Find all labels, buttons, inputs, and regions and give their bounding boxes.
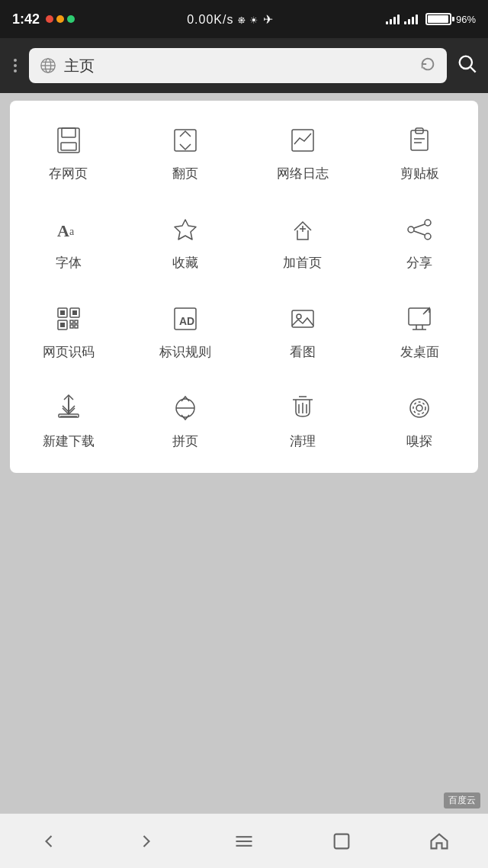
qrcode-icon: [52, 302, 85, 336]
menu-item-ad-rules[interactable]: AD 标识规则: [127, 287, 245, 376]
menu-label-sniff: 嗅探: [406, 432, 432, 450]
tabs-button[interactable]: [319, 822, 364, 860]
svg-rect-9: [61, 143, 76, 150]
battery-percent: 96%: [456, 14, 476, 25]
menu-item-share[interactable]: 分享: [361, 198, 479, 287]
menu-label-clean: 清理: [290, 432, 316, 450]
svg-point-57: [416, 405, 422, 411]
add-home-icon: [286, 213, 319, 246]
tabs-icon: [331, 831, 352, 852]
close-dot: [46, 15, 53, 23]
svg-point-24: [425, 233, 431, 240]
svg-rect-28: [60, 310, 65, 315]
menu-item-view-image[interactable]: 看图: [244, 287, 361, 376]
svg-rect-47: [59, 414, 79, 417]
refresh-button[interactable]: [419, 56, 436, 76]
menu-label-ad-rules: 标识规则: [159, 343, 211, 361]
address-bar[interactable]: 主页: [29, 48, 447, 83]
menu-label-share: 分享: [406, 254, 432, 272]
home-icon: [429, 831, 450, 852]
menu-item-clipboard[interactable]: 剪贴板: [361, 108, 479, 198]
address-text: 主页: [64, 56, 412, 76]
minimize-dot: [56, 15, 64, 23]
menu-item-font[interactable]: A a 字体: [10, 198, 127, 287]
svg-text:a: a: [69, 226, 75, 237]
svg-line-26: [414, 231, 425, 235]
menu-item-send-desktop[interactable]: 发桌面: [361, 287, 479, 376]
status-network: 0.00K/s ⎈ ☀ ✈: [187, 12, 274, 27]
bottom-nav: [0, 813, 488, 868]
browser-toolbar: 主页: [0, 38, 488, 93]
menu-panel: 存网页 翻页 网络日志 剪贴板 A a: [10, 101, 478, 473]
search-button[interactable]: [456, 53, 477, 79]
view-image-icon: [286, 302, 319, 336]
svg-point-58: [413, 402, 425, 414]
status-right-area: 96%: [386, 13, 476, 25]
clipboard-icon: [403, 124, 436, 157]
maximize-dot: [67, 15, 75, 23]
svg-line-6: [470, 67, 475, 72]
svg-rect-10: [175, 130, 196, 151]
menu-item-network-log[interactable]: 网络日志: [244, 108, 361, 198]
menu-label-view-image: 看图: [290, 343, 316, 361]
menu-item-qrcode[interactable]: 网页识码: [10, 287, 127, 376]
menu-label-font: 字体: [56, 254, 82, 272]
svg-point-22: [425, 220, 431, 226]
back-icon: [38, 831, 59, 852]
menu-item-add-home[interactable]: 加首页: [244, 198, 361, 287]
svg-text:A: A: [57, 221, 69, 240]
back-button[interactable]: [26, 822, 72, 860]
menu-dots-button[interactable]: [11, 56, 20, 76]
menu-label-network-log: 网络日志: [277, 165, 329, 182]
menu-item-sniff[interactable]: 嗅探: [361, 376, 479, 465]
bookmark-icon: [169, 213, 202, 246]
svg-rect-32: [60, 323, 65, 327]
clean-icon: [286, 391, 319, 425]
forward-icon: [136, 831, 157, 852]
svg-text:AD: AD: [179, 315, 194, 327]
menu-label-split-screen: 拼页: [172, 432, 198, 450]
menu-label-clipboard: 剪贴板: [400, 165, 439, 182]
svg-rect-33: [70, 320, 73, 323]
hamburger-icon: [233, 831, 255, 852]
menu-label-add-home: 加首页: [283, 254, 322, 272]
svg-rect-62: [335, 834, 349, 848]
sniff-icon: [403, 391, 436, 425]
menu-label-new-download: 新建下载: [43, 432, 95, 450]
status-bar: 1:42 0.00K/s ⎈ ☀ ✈ 96%: [0, 0, 488, 38]
battery-icon: [425, 13, 451, 25]
menu-item-new-download[interactable]: 新建下载: [10, 376, 127, 465]
watermark: 百度云: [444, 792, 480, 809]
split-screen-icon: [169, 391, 202, 425]
menu-label-flip-page: 翻页: [172, 165, 198, 182]
send-desktop-icon: [403, 302, 436, 336]
home-button[interactable]: [416, 822, 462, 860]
menu-label-bookmark: 收藏: [172, 254, 198, 272]
menu-label-save-page: 存网页: [49, 165, 88, 182]
menu-button[interactable]: [221, 822, 267, 860]
svg-point-5: [460, 56, 472, 69]
signal-icon-2: [404, 14, 418, 24]
menu-item-bookmark[interactable]: 收藏: [127, 198, 245, 287]
svg-point-40: [297, 314, 301, 319]
menu-item-save-page[interactable]: 存网页: [10, 108, 127, 198]
svg-rect-36: [75, 325, 78, 328]
menu-item-clean[interactable]: 清理: [244, 376, 361, 465]
menu-item-split-screen[interactable]: 拼页: [127, 376, 245, 465]
forward-button[interactable]: [124, 822, 169, 860]
svg-line-42: [423, 308, 429, 314]
network-log-icon: [286, 124, 319, 157]
svg-rect-30: [72, 310, 77, 315]
background-area: [0, 473, 488, 801]
menu-label-send-desktop: 发桌面: [400, 343, 439, 361]
svg-point-23: [408, 227, 414, 233]
new-download-icon: [52, 391, 85, 425]
globe-icon: [40, 57, 56, 74]
font-icon: A a: [52, 213, 85, 246]
window-controls: [46, 15, 75, 23]
menu-item-flip-page[interactable]: 翻页: [127, 108, 245, 198]
svg-rect-35: [70, 325, 73, 328]
share-icon: [403, 213, 436, 246]
svg-rect-39: [292, 310, 313, 327]
menu-grid: 存网页 翻页 网络日志 剪贴板 A a: [10, 108, 478, 465]
